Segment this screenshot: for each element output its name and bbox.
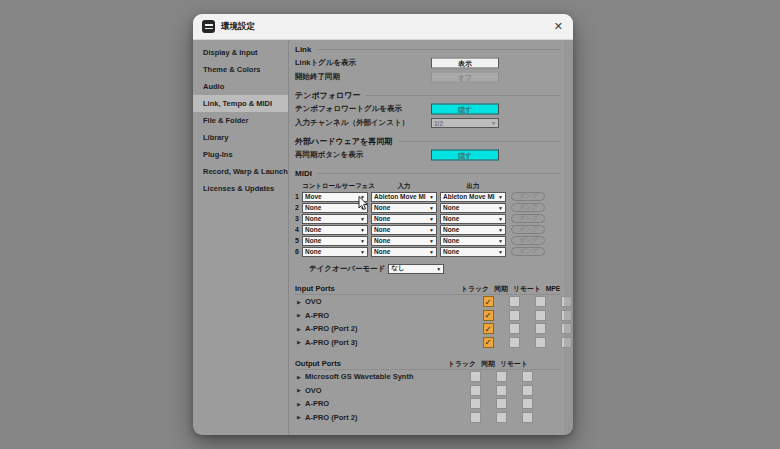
- input-channel-select[interactable]: 1/2 ▼: [431, 118, 499, 128]
- midi-row-3-input-select[interactable]: None▼: [371, 214, 437, 224]
- desktop-background: 環境設定 ✕ Display & Input Theme & Colors Au…: [0, 0, 780, 449]
- output-port-4-track-checkbox[interactable]: [470, 412, 481, 423]
- midi-row-2-output-select[interactable]: None▼: [440, 203, 506, 213]
- midi-row-5-control-surface-select[interactable]: None▼: [302, 236, 368, 246]
- midi-row-2-control-surface-select[interactable]: None▼: [302, 203, 368, 213]
- midi-row-4-input-select[interactable]: None▼: [371, 225, 437, 235]
- chevron-down-icon: ▼: [498, 194, 503, 200]
- output-port-3-track-checkbox[interactable]: [470, 398, 481, 409]
- expand-arrow-icon[interactable]: ▶: [297, 414, 305, 420]
- midi-row-5-dump-button[interactable]: ダンプ: [511, 236, 545, 245]
- midi-row-2-input-select[interactable]: None▼: [371, 203, 437, 213]
- chevron-down-icon: ▼: [360, 216, 365, 222]
- chevron-down-icon: ▼: [498, 216, 503, 222]
- sidebar-item-audio[interactable]: Audio: [193, 78, 288, 95]
- midi-row-5-input-select[interactable]: None▼: [371, 236, 437, 246]
- output-port-2-sync-checkbox[interactable]: [496, 385, 507, 396]
- sidebar-item-library[interactable]: Library: [193, 129, 288, 146]
- midi-row-6-dump-button[interactable]: ダンプ: [511, 247, 545, 256]
- midi-row-6-input-select[interactable]: None▼: [371, 247, 437, 257]
- input-port-4-sync-checkbox[interactable]: [509, 337, 520, 348]
- column-header-sync: 同期: [494, 284, 508, 294]
- setting-row-show-link-toggle: Linkトグルを表示 表示: [295, 56, 573, 70]
- setting-row-resync-button: 再同期ボタンを表示 隠す: [295, 148, 573, 162]
- input-port-4-track-checkbox[interactable]: ✓: [483, 337, 494, 348]
- midi-row-4-dump-button[interactable]: ダンプ: [511, 225, 545, 234]
- expand-arrow-icon[interactable]: ▶: [297, 339, 305, 345]
- input-port-3-sync-checkbox[interactable]: [509, 323, 520, 334]
- sidebar-item-display-input[interactable]: Display & Input: [193, 44, 288, 61]
- input-port-3-remote-checkbox[interactable]: [535, 323, 546, 334]
- output-port-1-track-checkbox[interactable]: [470, 371, 481, 382]
- midi-row-1-control-surface-select[interactable]: Move▼: [302, 192, 368, 202]
- input-port-1-remote-checkbox[interactable]: [535, 296, 546, 307]
- output-port-4-sync-checkbox[interactable]: [496, 412, 507, 423]
- midi-row-4-control-surface-select[interactable]: None▼: [302, 225, 368, 235]
- scrollbar-track[interactable]: [564, 40, 573, 435]
- column-header-remote: リモート: [513, 284, 541, 294]
- select-value: None: [443, 237, 497, 244]
- input-port-2-remote-checkbox[interactable]: [535, 310, 546, 321]
- expand-arrow-icon[interactable]: ▶: [297, 299, 305, 305]
- sidebar-item-link-tempo-midi[interactable]: Link, Tempo & MIDI: [193, 95, 288, 112]
- midi-row-1-dump-button[interactable]: ダンプ: [511, 192, 545, 201]
- expand-arrow-icon[interactable]: ▶: [297, 401, 305, 407]
- expand-arrow-icon[interactable]: ▶: [297, 312, 305, 318]
- output-port-row-2: ▶ OVO: [295, 384, 573, 398]
- output-port-1-sync-checkbox[interactable]: [496, 371, 507, 382]
- setting-label: 再同期ボタンを表示: [295, 150, 363, 160]
- midi-row-2-dump-button[interactable]: ダンプ: [511, 203, 545, 212]
- section-header-link: Link: [295, 44, 573, 54]
- midi-row-6-output-select[interactable]: None▼: [440, 247, 506, 257]
- midi-row-3-dump-button[interactable]: ダンプ: [511, 214, 545, 223]
- window-titlebar[interactable]: 環境設定 ✕: [193, 14, 573, 40]
- column-header-track: トラック: [448, 359, 476, 369]
- input-port-1-track-checkbox[interactable]: ✓: [483, 296, 494, 307]
- port-name: Microsoft GS Wavetable Synth: [305, 372, 462, 381]
- input-ports-title: Input Ports: [295, 284, 462, 293]
- sidebar-item-record-warp-launch[interactable]: Record, Warp & Launch: [193, 163, 288, 180]
- live-logo-icon: [202, 20, 215, 33]
- setting-row-input-channel: 入力チャンネル（外部インスト） 1/2 ▼: [295, 116, 573, 130]
- input-port-1-sync-checkbox[interactable]: [509, 296, 520, 307]
- output-port-2-remote-checkbox[interactable]: [522, 385, 533, 396]
- section-title: 外部ハードウェアを再同期: [295, 136, 392, 147]
- midi-row-3-output-select[interactable]: None▼: [440, 214, 506, 224]
- output-port-4-remote-checkbox[interactable]: [522, 412, 533, 423]
- setting-label: 入力チャンネル（外部インスト）: [295, 118, 409, 128]
- midi-row-5-output-select[interactable]: None▼: [440, 236, 506, 246]
- output-port-3-remote-checkbox[interactable]: [522, 398, 533, 409]
- takeover-mode-select[interactable]: なし ▼: [388, 264, 444, 274]
- expand-arrow-icon[interactable]: ▶: [297, 387, 305, 393]
- sidebar-item-licenses-updates[interactable]: Licenses & Updates: [193, 180, 288, 197]
- input-port-4-remote-checkbox[interactable]: [535, 337, 546, 348]
- expand-arrow-icon[interactable]: ▶: [297, 326, 305, 332]
- output-port-3-sync-checkbox[interactable]: [496, 398, 507, 409]
- expand-arrow-icon[interactable]: ▶: [297, 374, 305, 380]
- column-header-remote: リモート: [500, 359, 528, 369]
- show-link-toggle-button[interactable]: 表示: [431, 58, 499, 69]
- column-header-output: 出力: [440, 182, 506, 191]
- resync-show-button[interactable]: 隠す: [431, 150, 499, 161]
- midi-row-1-input-select[interactable]: Ableton Move MI▼: [371, 192, 437, 202]
- chevron-down-icon: ▼: [429, 227, 434, 233]
- select-value: None: [374, 226, 428, 233]
- output-port-1-remote-checkbox[interactable]: [522, 371, 533, 382]
- row-number: 6: [295, 248, 302, 255]
- tempo-follower-toggle-button[interactable]: 隠す: [431, 104, 499, 115]
- sidebar-item-theme-colors[interactable]: Theme & Colors: [193, 61, 288, 78]
- close-icon[interactable]: ✕: [554, 21, 563, 32]
- midi-row-3-control-surface-select[interactable]: None▼: [302, 214, 368, 224]
- midi-row-6-control-surface-select[interactable]: None▼: [302, 247, 368, 257]
- input-port-2-sync-checkbox[interactable]: [509, 310, 520, 321]
- select-value: 1/2: [434, 120, 490, 127]
- input-port-2-track-checkbox[interactable]: ✓: [483, 310, 494, 321]
- input-port-3-track-checkbox[interactable]: ✓: [483, 323, 494, 334]
- output-port-2-track-checkbox[interactable]: [470, 385, 481, 396]
- midi-row-4-output-select[interactable]: None▼: [440, 225, 506, 235]
- sidebar-item-plug-ins[interactable]: Plug-Ins: [193, 146, 288, 163]
- sidebar-item-file-folder[interactable]: File & Folder: [193, 112, 288, 129]
- midi-row-1-output-select[interactable]: Ableton Move MI▼: [440, 192, 506, 202]
- start-stop-sync-button[interactable]: オフ: [431, 72, 499, 83]
- output-port-row-3: ▶ A-PRO: [295, 397, 573, 411]
